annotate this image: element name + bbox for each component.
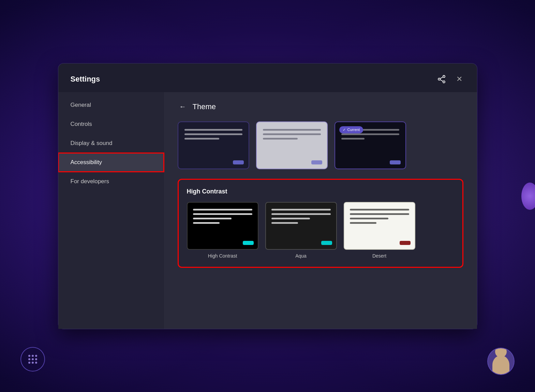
dot-2 — [32, 355, 34, 357]
hc-aqua-line-1 — [271, 209, 331, 210]
theme-card-dark2[interactable]: Current — [335, 121, 406, 169]
sidebar-item-controls[interactable]: Controls — [58, 115, 164, 134]
hc-desert-accent — [400, 241, 411, 245]
theme-dark-lines — [178, 122, 249, 149]
theme-light-lines — [257, 122, 327, 149]
dot-7 — [28, 362, 30, 364]
svg-point-0 — [438, 78, 440, 80]
current-badge: Current — [339, 126, 363, 133]
dark2-line-2 — [341, 133, 399, 135]
hc-desert-line-1 — [350, 209, 409, 210]
theme-card-dark[interactable] — [178, 121, 249, 169]
dark2-accent-bar — [390, 160, 401, 164]
back-button[interactable]: ← — [178, 102, 188, 112]
theme-grid: Current — [178, 121, 463, 169]
hc-label-aqua: Aqua — [295, 253, 307, 259]
sidebar-item-general[interactable]: General — [58, 96, 164, 115]
hc-preview-desert — [344, 202, 415, 250]
light-accent-bar — [311, 160, 322, 164]
high-contrast-title: High Contrast — [187, 188, 454, 195]
current-badge-label: Current — [347, 128, 360, 132]
hc-black-line-4 — [193, 222, 220, 224]
dark2-line-3 — [341, 138, 365, 140]
theme-line-3 — [184, 138, 219, 140]
dot-4 — [28, 358, 30, 360]
dark-accent-bar — [233, 160, 244, 164]
hc-aqua-line-2 — [271, 213, 331, 215]
light-line-1 — [263, 129, 321, 131]
svg-line-3 — [440, 77, 443, 78]
sidebar-item-accessibility[interactable]: Accessibility — [58, 153, 164, 172]
dots-grid — [28, 355, 37, 364]
close-button[interactable]: ✕ — [454, 74, 465, 85]
dot-6 — [35, 358, 37, 360]
avatar-body — [492, 355, 509, 374]
hc-aqua-line-3 — [271, 218, 310, 219]
hc-preview-black — [187, 202, 258, 250]
header-icons: ✕ — [435, 73, 465, 85]
dot-9 — [35, 362, 37, 364]
user-avatar[interactable] — [487, 348, 515, 375]
hc-label-desert: Desert — [372, 253, 386, 259]
svg-point-2 — [443, 81, 445, 83]
hc-black-line-3 — [193, 218, 232, 219]
sidebar: General Controls Display & sound Accessi… — [58, 92, 164, 329]
hc-preview-aqua — [265, 202, 337, 250]
svg-line-4 — [440, 79, 443, 81]
sidebar-item-display-sound[interactable]: Display & sound — [58, 134, 164, 153]
hc-black-line-2 — [193, 213, 252, 215]
hc-grid: High Contrast A — [187, 202, 454, 259]
purple-orb — [521, 183, 535, 210]
hc-desert-line-2 — [350, 213, 409, 215]
hc-aqua-accent — [321, 241, 332, 245]
apps-button[interactable] — [20, 347, 45, 372]
window-header: Settings ✕ — [58, 63, 477, 92]
dot-1 — [28, 355, 30, 357]
hc-desert-line-3 — [350, 218, 388, 219]
hc-card-desert[interactable]: Desert — [344, 202, 415, 259]
content-header: ← Theme — [178, 102, 463, 112]
hc-aqua-line-4 — [271, 222, 298, 224]
window-title: Settings — [71, 75, 100, 84]
sidebar-item-for-developers[interactable]: For developers — [58, 172, 164, 191]
hc-black-lines — [188, 203, 258, 233]
hc-card-aqua[interactable]: Aqua — [265, 202, 337, 259]
theme-line-1 — [184, 129, 242, 131]
theme-card-light[interactable] — [256, 121, 328, 169]
dot-3 — [35, 355, 37, 357]
theme-line-2 — [184, 133, 242, 135]
dot-5 — [32, 358, 34, 360]
share-icon[interactable] — [435, 73, 448, 85]
light-line-3 — [263, 138, 298, 140]
main-content: ← Theme — [164, 92, 477, 329]
dot-8 — [32, 362, 34, 364]
hc-card-high-contrast[interactable]: High Contrast — [187, 202, 258, 259]
high-contrast-section: High Contrast Hig — [178, 179, 463, 268]
content-title: Theme — [193, 102, 216, 111]
hc-black-line-1 — [193, 209, 252, 210]
hc-desert-line-4 — [350, 222, 376, 224]
hc-desert-lines — [344, 203, 415, 233]
settings-window: Settings ✕ General Controls Display & so… — [58, 63, 477, 329]
hc-aqua-lines — [266, 203, 336, 233]
hc-black-accent — [243, 241, 254, 245]
svg-point-1 — [443, 75, 445, 77]
hc-label-high-contrast: High Contrast — [208, 253, 237, 259]
avatar-head — [495, 348, 507, 358]
window-body: General Controls Display & sound Accessi… — [58, 92, 477, 329]
light-line-2 — [263, 133, 321, 135]
